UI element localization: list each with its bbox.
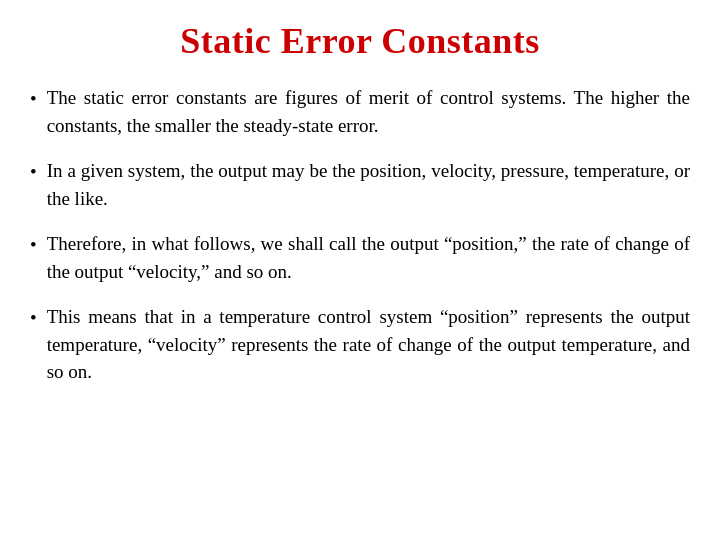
bullet-item-3: •Therefore, in what follows, we shall ca…	[30, 230, 690, 285]
bullet-dot-3: •	[30, 231, 37, 259]
bullet-dot-2: •	[30, 158, 37, 186]
bullet-dot-4: •	[30, 304, 37, 332]
bullet-text-3: Therefore, in what follows, we shall cal…	[47, 230, 690, 285]
content-area: •The static error constants are figures …	[30, 84, 690, 386]
bullet-text-2: In a given system, the output may be the…	[47, 157, 690, 212]
page-title: Static Error Constants	[30, 20, 690, 62]
bullet-item-2: •In a given system, the output may be th…	[30, 157, 690, 212]
bullet-text-4: This means that in a temperature control…	[47, 303, 690, 386]
bullet-dot-1: •	[30, 85, 37, 113]
bullet-text-1: The static error constants are figures o…	[47, 84, 690, 139]
bullet-item-4: •This means that in a temperature contro…	[30, 303, 690, 386]
main-container: Static Error Constants •The static error…	[0, 0, 720, 540]
bullet-item-1: •The static error constants are figures …	[30, 84, 690, 139]
